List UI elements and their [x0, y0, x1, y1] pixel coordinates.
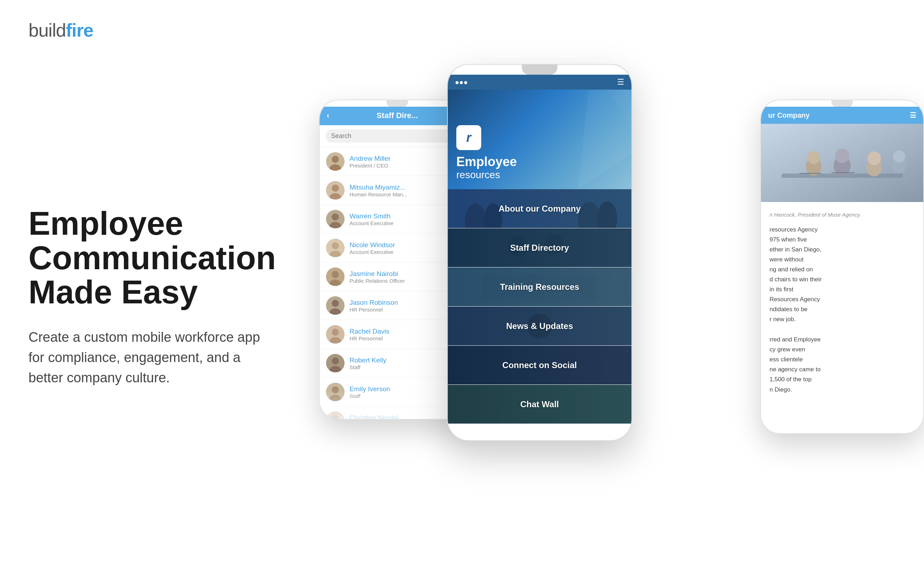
avatar — [326, 325, 345, 343]
logo-icon: r — [466, 130, 471, 145]
svg-point-51 — [835, 149, 849, 163]
menu-item-social[interactable]: Connect on Social — [448, 346, 632, 385]
svg-point-13 — [332, 271, 339, 278]
menu-label: Training Resources — [500, 282, 579, 292]
avatar — [326, 239, 345, 257]
menu-item-news[interactable]: News & Updates — [448, 307, 632, 346]
svg-point-22 — [332, 357, 339, 365]
avatar — [326, 383, 345, 401]
hero-banner: r Employee resources — [448, 90, 632, 189]
caption: n Hancock, President of Muse Agency. — [770, 211, 915, 219]
logo[interactable]: buildfire — [28, 20, 93, 41]
svg-point-7 — [332, 213, 339, 221]
about-content: n Hancock, President of Muse Agency. res… — [761, 202, 923, 403]
svg-point-19 — [332, 329, 339, 336]
svg-point-4 — [332, 185, 339, 192]
phone-notch-left — [387, 100, 408, 107]
svg-rect-56 — [799, 173, 821, 174]
content-paragraph-2: rred and Employee cy grew even ess clien… — [770, 335, 915, 394]
svg-point-1 — [332, 156, 339, 163]
hero-section: Employee Communication Made Easy Create … — [28, 206, 299, 388]
svg-rect-57 — [832, 172, 855, 173]
menu-list: About our Company Staff Directory — [448, 189, 632, 424]
avatar — [326, 354, 345, 372]
avatar — [326, 296, 345, 315]
hero-subtext: Create a custom mobile workforce app for… — [28, 327, 271, 388]
avatar — [326, 210, 345, 228]
menu-item-training[interactable]: Training Resources — [448, 267, 632, 307]
office-photo — [761, 124, 923, 202]
phone-notch-center — [522, 65, 557, 75]
svg-point-55 — [893, 150, 905, 162]
logo-area: buildfire — [28, 20, 93, 41]
phone-notch-right — [832, 100, 853, 107]
menu-label: News & Updates — [506, 321, 573, 331]
logo-build: build — [28, 20, 66, 41]
avatar — [326, 152, 345, 171]
svg-point-10 — [332, 242, 339, 249]
phone-about-company: ur Company ☰ — [760, 100, 924, 434]
svg-point-25 — [332, 386, 339, 393]
svg-point-16 — [332, 300, 339, 307]
avatar — [326, 181, 345, 200]
menu-item-chat[interactable]: Chat Wall — [448, 385, 632, 424]
menu-item-staff[interactable]: Staff Directory — [448, 228, 632, 267]
deco-shapes — [560, 90, 632, 189]
signal-icon: ●●● — [455, 78, 468, 87]
top-bar: ●●● ☰ — [448, 75, 632, 90]
hamburger-icon-right[interactable]: ☰ — [910, 111, 916, 119]
hero-headline: Employee Communication Made Easy — [28, 206, 299, 309]
phone-employee-resources: ●●● ☰ r Employee resources — [447, 64, 632, 441]
menu-item-about[interactable]: About our Company — [448, 189, 632, 228]
menu-label: About our Company — [499, 204, 581, 214]
avatar — [326, 267, 345, 286]
svg-point-49 — [807, 151, 820, 164]
brand-logo: r — [456, 125, 481, 150]
phones-showcase: ‹ Staff Dire... Andrew Miller President … — [319, 64, 924, 562]
content-paragraph-1: resources Agency 975 when five ether in … — [770, 225, 915, 324]
avatar — [326, 412, 345, 419]
logo-fire: fire — [66, 20, 93, 41]
phone-right-header: ur Company ☰ — [761, 107, 923, 124]
menu-label: Chat Wall — [520, 399, 559, 409]
menu-label: Connect on Social — [502, 360, 577, 370]
svg-point-53 — [867, 152, 881, 165]
back-arrow-icon[interactable]: ‹ — [327, 111, 329, 120]
hamburger-icon[interactable]: ☰ — [617, 77, 624, 87]
menu-label: Staff Directory — [510, 243, 569, 253]
